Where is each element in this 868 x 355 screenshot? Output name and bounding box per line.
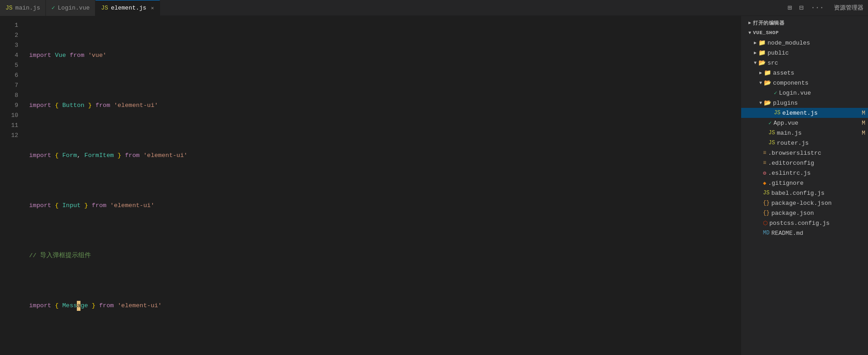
code-line-4: import { Input } from 'element-ui' [29, 201, 734, 211]
line-num-9: 9 [4, 101, 18, 111]
brace-open-6: { [55, 301, 59, 311]
from-kw-2: from [95, 101, 110, 111]
file-explorer-sidebar: ▶ 打开的编辑器 ▼ VUE_SHOP ▶ 📁 node_modules ▶ 📁… [741, 16, 868, 355]
sidebar-root-vue-shop[interactable]: ▼ VUE_SHOP [741, 28, 868, 38]
from-kw-4: from [92, 201, 106, 211]
sidebar-item-node-modules[interactable]: ▶ 📁 node_modules [741, 38, 868, 48]
git-icon: ◆ [763, 180, 766, 187]
tab-main-js-label: main.js [15, 5, 40, 11]
js-file-icon-element: JS [774, 110, 780, 116]
plugins-label: plugins [773, 100, 798, 106]
line-num-4: 4 [4, 51, 18, 61]
sidebar-item-postcss-config[interactable]: ⬡ postcss.config.js [741, 218, 868, 228]
folder-icon-node-modules: 📁 [758, 39, 766, 46]
sidebar-item-readme[interactable]: MD README.md [741, 228, 868, 238]
tab-main-js[interactable]: JS main.js [0, 0, 46, 16]
sidebar-item-components[interactable]: ▼ 📂 components [741, 78, 868, 88]
router-js-label: router.js [777, 140, 808, 147]
public-label: public [768, 50, 789, 56]
postcss-config-label: postcss.config.js [769, 220, 830, 227]
tab-login-vue[interactable]: ✓ Login.vue [46, 0, 95, 16]
component-form: Form [62, 151, 77, 161]
sidebar-item-package-lock[interactable]: {} package-lock.json [741, 198, 868, 208]
app-vue-label: App.vue [773, 120, 798, 127]
sidebar-item-src[interactable]: ▼ 📂 src [741, 58, 868, 68]
line-num-11: 11 [4, 121, 18, 131]
split-editor-button[interactable]: ⊞ [786, 1, 794, 14]
sidebar-item-assets[interactable]: ▶ 📁 assets [741, 68, 868, 78]
line-num-6: 6 [4, 71, 18, 81]
readme-label: README.md [771, 230, 803, 237]
folder-icon-assets: 📁 [764, 69, 771, 76]
brace-close-3: } [117, 151, 121, 161]
config-icon-editor: ≡ [763, 160, 766, 166]
comment-line-5: // 导入弹框提示组件 [29, 251, 91, 261]
sidebar-item-element-js[interactable]: JS element.js M [741, 108, 868, 118]
sidebar-item-login-vue[interactable]: ✓ Login.vue [741, 88, 868, 98]
line-numbers: 1 2 3 4 5 6 7 8 9 10 11 12 [0, 16, 22, 355]
chevron-node-modules: ▶ [754, 40, 757, 46]
kw-import-2: import [29, 101, 51, 111]
sidebar-item-router-js[interactable]: JS router.js [741, 138, 868, 148]
js-file-icon-main: JS [768, 130, 775, 136]
scrollbar[interactable] [734, 16, 741, 355]
assets-label: assets [773, 70, 794, 76]
code-line-3: import { Form , FormItem } from 'element… [29, 151, 734, 161]
folder-icon-public: 📁 [758, 49, 766, 56]
browserslistrc-label: .browserslistrc [768, 150, 821, 157]
more-actions-button[interactable]: ··· [809, 2, 826, 14]
chevron-plugins: ▼ [759, 101, 762, 106]
vue-file-icon-login: ✓ [774, 90, 777, 96]
line-num-3: 3 [4, 41, 18, 51]
main-js-label: main.js [777, 130, 802, 137]
tab-close-button[interactable]: ✕ [151, 5, 154, 11]
babel-config-label: babel.config.js [771, 190, 824, 197]
element-js-modified: M [862, 110, 865, 117]
tab-element-js[interactable]: JS element.js ✕ [95, 0, 160, 16]
code-editor[interactable]: import Vue from 'vue' import { Button } … [22, 16, 734, 355]
brace-open-3: { [55, 151, 59, 161]
folder-icon-components: 📂 [764, 79, 771, 86]
app-vue-modified: M [862, 120, 865, 127]
eslintrc-label: .eslintrc.js [768, 170, 811, 177]
sidebar-top: ▶ 打开的编辑器 ▼ VUE_SHOP ▶ 📁 node_modules ▶ 📁… [741, 16, 868, 240]
component-button: Button [62, 101, 85, 111]
chevron-components: ▼ [759, 81, 762, 86]
line-num-8: 8 [4, 91, 18, 101]
sidebar-item-gitignore[interactable]: ◆ .gitignore [741, 178, 868, 188]
sidebar-item-plugins[interactable]: ▼ 📂 plugins [741, 98, 868, 108]
node-modules-label: node_modules [768, 40, 810, 46]
tab-bar: JS main.js ✓ Login.vue JS element.js ✕ ⊞… [0, 0, 868, 16]
sidebar-item-public[interactable]: ▶ 📁 public [741, 48, 868, 58]
cursor-pos: a [77, 301, 80, 311]
sidebar-section-open-editors[interactable]: ▶ 打开的编辑器 [741, 18, 868, 28]
component-formitem: FormItem [85, 151, 114, 161]
src-label: src [768, 60, 778, 66]
chevron-public: ▶ [754, 50, 757, 56]
components-label: components [773, 80, 808, 86]
postcss-icon: ⬡ [763, 220, 768, 227]
layout-button[interactable]: ⊟ [798, 1, 806, 14]
brace-close-4: } [85, 201, 88, 211]
code-line-1: import Vue from 'vue' [29, 51, 734, 61]
sidebar-item-editorconfig[interactable]: ≡ .editorconfig [741, 158, 868, 168]
chevron-src: ▼ [754, 61, 757, 66]
kw-import-6: import [29, 301, 51, 311]
tab-element-js-label: element.js [111, 5, 146, 11]
package-lock-label: package-lock.json [771, 200, 832, 207]
component-input: Input [62, 201, 81, 211]
str-element-ui-3: 'element-ui' [143, 151, 187, 161]
editorconfig-label: .editorconfig [768, 160, 814, 167]
sidebar-item-main-js[interactable]: JS main.js M [741, 128, 868, 138]
sidebar-item-eslintrc[interactable]: ⚙ .eslintrc.js [741, 168, 868, 178]
main-layout: 1 2 3 4 5 6 7 8 9 10 11 12 import Vue fr… [0, 16, 868, 355]
code-line-5: // 导入弹框提示组件 [29, 251, 734, 261]
sidebar-item-browserslistrc[interactable]: ≡ .browserslistrc [741, 148, 868, 158]
sidebar-item-app-vue[interactable]: ✓ App.vue M [741, 118, 868, 128]
md-icon: MD [763, 230, 769, 236]
sidebar-item-babel-config[interactable]: JS babel.config.js [741, 188, 868, 198]
sidebar-item-package-json[interactable]: {} package.json [741, 208, 868, 218]
js-icon-active: JS [101, 5, 108, 11]
line-num-1: 1 [4, 20, 18, 30]
open-editors-label: 打开的编辑器 [753, 20, 784, 26]
